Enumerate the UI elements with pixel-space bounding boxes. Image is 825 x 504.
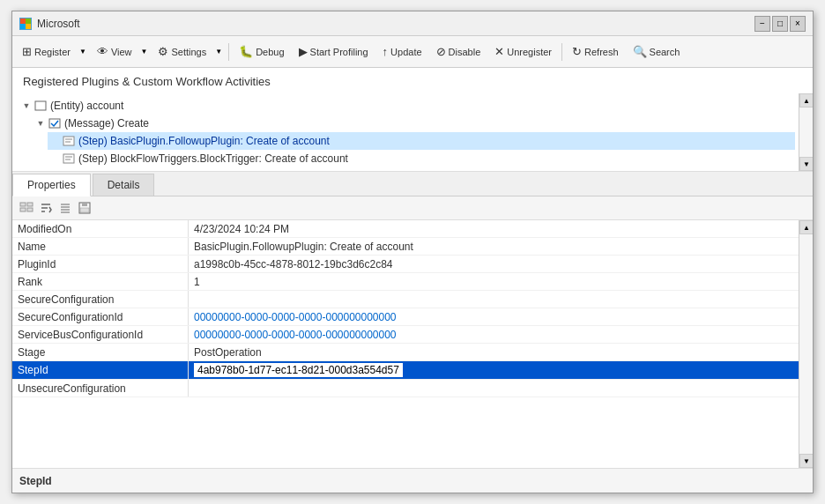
prop-sort-button[interactable] bbox=[37, 199, 55, 217]
register-icon: ⊞ bbox=[22, 45, 32, 58]
tree-scroll-track[interactable] bbox=[799, 107, 813, 157]
prop-value-stepid: 4ab978b0-1d77-ec11-8d21-000d3a554d57 bbox=[189, 361, 813, 379]
view-dropdown-arrow[interactable]: ▼ bbox=[138, 40, 151, 64]
maximize-button[interactable]: □ bbox=[772, 16, 788, 32]
separator-1 bbox=[228, 43, 229, 61]
register-dropdown-arrow[interactable]: ▼ bbox=[77, 40, 89, 64]
search-icon: 🔍 bbox=[633, 45, 647, 58]
expand-entity-account[interactable]: ▼ bbox=[19, 99, 33, 113]
prop-name-secureconfig: SecureConfiguration bbox=[12, 291, 189, 308]
props-scroll-track[interactable] bbox=[799, 234, 813, 454]
step-basicplugin-icon bbox=[62, 135, 76, 147]
tree-node-message-create[interactable]: ▼ (Message) Create bbox=[33, 115, 795, 132]
prop-value-secureconfigid[interactable]: 00000000-0000-0000-0000-000000000000 bbox=[189, 308, 813, 325]
settings-dropdown-arrow[interactable]: ▼ bbox=[212, 40, 225, 64]
tabs-bar: Properties Details bbox=[12, 172, 813, 196]
search-button[interactable]: 🔍 Search bbox=[627, 40, 687, 64]
profiling-icon: ▶ bbox=[299, 45, 308, 58]
prop-value-pluginid: a1998c0b-45cc-4878-8012-19bc3d6c2c84 bbox=[189, 256, 813, 272]
prop-row-modifiedon[interactable]: ModifiedOn 4/23/2024 10:24 PM bbox=[12, 220, 813, 238]
minimize-button[interactable]: − bbox=[754, 16, 770, 32]
step-basicplugin-label: (Step) BasicPlugin.FollowupPlugin: Creat… bbox=[78, 135, 330, 147]
view-dropdown: 👁 View ▼ bbox=[91, 40, 151, 64]
svg-rect-4 bbox=[35, 101, 46, 110]
refresh-button[interactable]: ↻ Refresh bbox=[566, 40, 625, 64]
prop-name-pluginid: PluginId bbox=[12, 256, 189, 272]
prop-value-modifiedon: 4/23/2024 10:24 PM bbox=[189, 220, 813, 237]
unregister-icon: ✕ bbox=[494, 45, 504, 58]
step-blockflowtriggers-icon bbox=[62, 152, 76, 165]
svg-rect-3 bbox=[26, 24, 31, 29]
register-button[interactable]: ⊞ Register bbox=[16, 40, 77, 64]
debug-icon: 🐛 bbox=[239, 45, 253, 58]
prop-value-name: BasicPlugin.FollowupPlugin: Create of ac… bbox=[189, 238, 813, 255]
svg-rect-12 bbox=[20, 203, 26, 206]
prop-name-stepid: StepId bbox=[12, 361, 189, 379]
prop-value-servicebusconfigid[interactable]: 00000000-0000-0000-0000-000000000000 bbox=[189, 326, 813, 343]
prop-row-secureconfigid[interactable]: SecureConfigurationId 00000000-0000-0000… bbox=[12, 308, 813, 326]
props-scroll-down[interactable]: ▼ bbox=[799, 454, 813, 468]
prop-name-servicebusconfigid: ServiceBusConfigurationId bbox=[12, 326, 189, 343]
tree-node-step-basicplugin[interactable]: ▶ (Step) BasicPlugin.FollowupPlugin: Cre… bbox=[48, 132, 795, 150]
section-title: Registered Plugins & Custom Workflow Act… bbox=[12, 68, 813, 93]
prop-row-stepid[interactable]: StepId 4ab978b0-1d77-ec11-8d21-000d3a554… bbox=[12, 361, 813, 380]
tree-area: ▼ (Entity) account ▼ (Message) Create ▶ bbox=[12, 93, 813, 172]
entity-icon bbox=[33, 100, 48, 112]
tree-node-entity-account[interactable]: ▼ (Entity) account bbox=[19, 97, 795, 115]
prop-row-servicebusconfigid[interactable]: ServiceBusConfigurationId 00000000-0000-… bbox=[12, 326, 813, 344]
main-window: Microsoft − □ × ⊞ Register ▼ 👁 View ▼ ⚙ … bbox=[11, 11, 814, 493]
status-bar: StepId bbox=[12, 468, 813, 493]
prop-value-unsecureconfig bbox=[189, 380, 813, 397]
window-title: Microsoft bbox=[37, 18, 754, 30]
prop-row-name[interactable]: Name BasicPlugin.FollowupPlugin: Create … bbox=[12, 238, 813, 256]
message-checkbox-icon bbox=[48, 117, 62, 130]
window-controls: − □ × bbox=[754, 16, 806, 32]
settings-icon: ⚙ bbox=[158, 45, 168, 58]
svg-rect-1 bbox=[26, 19, 31, 24]
tree-scrollbar: ▲ ▼ bbox=[799, 93, 813, 171]
svg-rect-24 bbox=[82, 203, 87, 206]
properties-toolbar bbox=[12, 196, 813, 220]
prop-value-stage: PostOperation bbox=[189, 344, 813, 360]
prop-name-name: Name bbox=[12, 238, 189, 255]
prop-row-secureconfig[interactable]: SecureConfiguration bbox=[12, 291, 813, 308]
tree-scroll-down[interactable]: ▼ bbox=[799, 157, 813, 171]
prop-value-rank: 1 bbox=[189, 273, 813, 290]
properties-section: ModifiedOn 4/23/2024 10:24 PM Name Basic… bbox=[12, 196, 813, 493]
properties-grid: ModifiedOn 4/23/2024 10:24 PM Name Basic… bbox=[12, 220, 813, 468]
svg-rect-15 bbox=[27, 208, 33, 211]
prop-name-rank: Rank bbox=[12, 273, 189, 290]
props-scroll-up[interactable]: ▲ bbox=[799, 220, 813, 234]
update-button[interactable]: ↑ Update bbox=[376, 40, 428, 64]
step-blockflowtriggers-label: (Step) BlockFlowTriggers.BlockTrigger: C… bbox=[78, 152, 348, 165]
title-bar: Microsoft − □ × bbox=[12, 11, 813, 36]
prop-row-stage[interactable]: Stage PostOperation bbox=[12, 344, 813, 361]
tree-node-step-blockflowtriggers[interactable]: ▶ (Step) BlockFlowTriggers.BlockTrigger:… bbox=[48, 150, 795, 167]
disable-icon: ⊘ bbox=[436, 45, 446, 58]
prop-row-unsecureconfig[interactable]: UnsecureConfiguration bbox=[12, 380, 813, 397]
prop-name-stage: Stage bbox=[12, 344, 189, 360]
start-profiling-button[interactable]: ▶ Start Profiling bbox=[293, 40, 375, 64]
svg-rect-14 bbox=[20, 208, 26, 211]
app-icon bbox=[19, 18, 32, 30]
debug-button[interactable]: 🐛 Debug bbox=[233, 40, 290, 64]
prop-categorized-button[interactable] bbox=[18, 199, 35, 217]
separator-2 bbox=[561, 43, 562, 61]
prop-row-pluginid[interactable]: PluginId a1998c0b-45cc-4878-8012-19bc3d6… bbox=[12, 256, 813, 273]
tab-properties[interactable]: Properties bbox=[12, 174, 91, 196]
svg-rect-0 bbox=[20, 19, 26, 24]
prop-save-button[interactable] bbox=[76, 199, 93, 217]
tree-scroll-up[interactable]: ▲ bbox=[799, 93, 813, 107]
svg-rect-13 bbox=[27, 203, 33, 206]
expand-message-create[interactable]: ▼ bbox=[33, 116, 48, 130]
register-dropdown: ⊞ Register ▼ bbox=[16, 40, 89, 64]
settings-button[interactable]: ⚙ Settings bbox=[152, 40, 212, 64]
close-button[interactable]: × bbox=[790, 16, 806, 32]
svg-rect-6 bbox=[63, 137, 74, 145]
disable-button[interactable]: ⊘ Disable bbox=[430, 40, 487, 64]
prop-row-rank[interactable]: Rank 1 bbox=[12, 273, 813, 291]
prop-list-button[interactable] bbox=[56, 199, 74, 217]
tab-details[interactable]: Details bbox=[93, 174, 155, 196]
unregister-button[interactable]: ✕ Unregister bbox=[488, 40, 558, 64]
view-button[interactable]: 👁 View bbox=[91, 40, 138, 64]
